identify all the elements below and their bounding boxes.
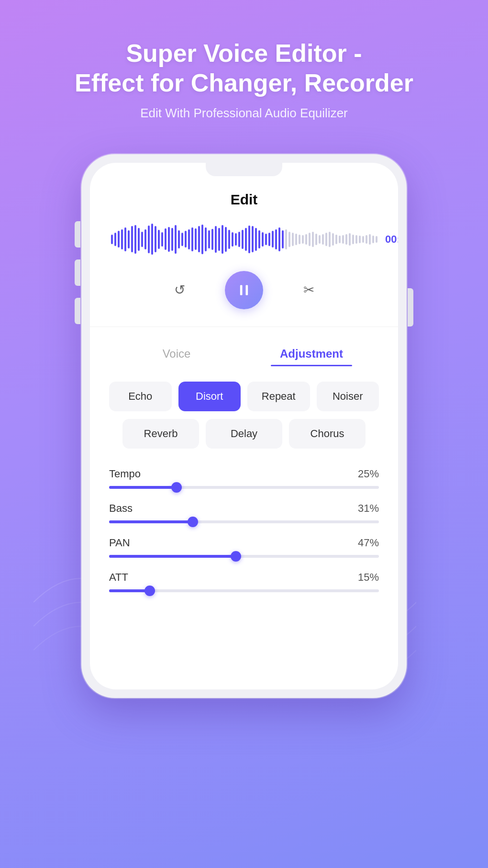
slider-pan: PAN 47% bbox=[109, 537, 379, 558]
waveform-bar-61 bbox=[315, 234, 317, 245]
waveform-bar-29 bbox=[208, 230, 210, 248]
waveform-bar-28 bbox=[205, 227, 207, 251]
waveform-bar-37 bbox=[235, 233, 237, 246]
waveform-bar-0 bbox=[111, 235, 113, 244]
waveform-bar-23 bbox=[188, 229, 190, 249]
playback-controls: ↺ ✂ bbox=[109, 271, 379, 309]
waveform-bar-39 bbox=[242, 230, 244, 249]
waveform-bar-45 bbox=[262, 232, 264, 247]
tab-adjustment[interactable]: Adjustment bbox=[244, 341, 379, 366]
bass-thumb[interactable] bbox=[188, 517, 198, 527]
waveform-bar-43 bbox=[255, 228, 257, 251]
waveform-bar-62 bbox=[319, 235, 321, 244]
waveform-bar-50 bbox=[278, 227, 280, 251]
effect-noiser[interactable]: Noiser bbox=[317, 382, 379, 411]
waveform-bar-1 bbox=[114, 233, 116, 246]
pan-fill bbox=[109, 555, 236, 558]
undo-button[interactable]: ↺ bbox=[167, 278, 191, 302]
waveform-bar-15 bbox=[161, 232, 163, 247]
waveform-bar-42 bbox=[252, 226, 254, 252]
waveform-bar-68 bbox=[339, 236, 341, 243]
waveform bbox=[111, 225, 377, 254]
waveform-bar-21 bbox=[181, 233, 183, 246]
phone-notch bbox=[206, 163, 282, 176]
effects-row-2: Reverb Delay Chorus bbox=[109, 419, 379, 449]
waveform-bar-63 bbox=[322, 234, 324, 245]
waveform-bar-6 bbox=[131, 226, 133, 252]
bass-label: Bass bbox=[109, 502, 133, 515]
waveform-bar-47 bbox=[268, 233, 270, 246]
waveform-bar-79 bbox=[376, 236, 377, 243]
waveform-bar-34 bbox=[225, 227, 227, 252]
att-value: 15% bbox=[358, 571, 379, 584]
pan-track[interactable] bbox=[109, 555, 379, 558]
att-thumb[interactable] bbox=[144, 586, 155, 596]
phone-frame: Edit 00:35 ↺ bbox=[81, 154, 407, 698]
slider-att: ATT 15% bbox=[109, 571, 379, 592]
pan-thumb[interactable] bbox=[231, 551, 241, 562]
waveform-bar-16 bbox=[165, 228, 166, 250]
scissors-icon: ✂ bbox=[303, 282, 314, 298]
waveform-bar-13 bbox=[155, 226, 156, 252]
waveform-bar-32 bbox=[218, 228, 220, 251]
effects-row-1: Echo Disort Repeat Noiser bbox=[109, 382, 379, 411]
waveform-bar-41 bbox=[248, 225, 250, 253]
tempo-label: Tempo bbox=[109, 468, 141, 480]
waveform-bar-59 bbox=[309, 233, 311, 246]
waveform-bar-53 bbox=[288, 232, 290, 247]
waveform-bar-78 bbox=[372, 236, 374, 243]
waveform-bar-17 bbox=[168, 227, 170, 252]
waveform-bar-9 bbox=[141, 232, 143, 247]
tempo-value: 25% bbox=[358, 468, 379, 480]
waveform-bar-70 bbox=[345, 234, 347, 245]
waveform-bar-54 bbox=[292, 233, 294, 246]
bass-track[interactable] bbox=[109, 520, 379, 523]
waveform-bar-57 bbox=[302, 235, 304, 244]
waveform-bar-19 bbox=[175, 225, 177, 254]
waveform-bar-4 bbox=[124, 227, 126, 251]
att-label: ATT bbox=[109, 571, 128, 584]
waveform-bar-73 bbox=[355, 235, 357, 244]
effect-repeat[interactable]: Repeat bbox=[247, 382, 310, 411]
pause-button[interactable] bbox=[225, 271, 263, 309]
waveform-bar-20 bbox=[178, 230, 180, 248]
waveform-bar-26 bbox=[198, 226, 200, 252]
tempo-thumb[interactable] bbox=[171, 482, 182, 493]
effect-echo[interactable]: Echo bbox=[109, 382, 172, 411]
effect-chorus[interactable]: Chorus bbox=[289, 419, 366, 449]
timestamp: 00:35 bbox=[385, 233, 398, 246]
waveform-bar-33 bbox=[222, 225, 223, 254]
screen-content: Edit 00:35 ↺ bbox=[90, 163, 398, 625]
tab-voice[interactable]: Voice bbox=[109, 341, 244, 366]
screen-title: Edit bbox=[109, 187, 379, 208]
waveform-bar-12 bbox=[151, 224, 153, 255]
bass-value: 31% bbox=[358, 502, 379, 515]
waveform-bar-36 bbox=[232, 232, 233, 247]
waveform-bar-44 bbox=[258, 230, 260, 248]
waveform-bar-35 bbox=[228, 230, 230, 249]
waveform-bar-24 bbox=[191, 227, 193, 251]
tempo-fill bbox=[109, 486, 177, 489]
waveform-bar-38 bbox=[238, 232, 240, 247]
waveform-bar-40 bbox=[245, 228, 247, 251]
pause-icon bbox=[237, 283, 251, 297]
svg-rect-0 bbox=[240, 285, 243, 295]
waveform-bar-49 bbox=[275, 229, 277, 249]
waveform-bar-46 bbox=[265, 234, 267, 245]
effect-disort[interactable]: Disort bbox=[178, 382, 241, 411]
waveform-container: 00:35 bbox=[109, 225, 379, 254]
effect-reverb[interactable]: Reverb bbox=[122, 419, 199, 449]
undo-icon: ↺ bbox=[174, 282, 185, 298]
tempo-track[interactable] bbox=[109, 486, 379, 489]
slider-tempo: Tempo 25% bbox=[109, 468, 379, 489]
svg-rect-1 bbox=[246, 285, 248, 295]
effect-delay[interactable]: Delay bbox=[206, 419, 282, 449]
phone-screen: Edit 00:35 ↺ bbox=[90, 163, 398, 689]
waveform-bar-25 bbox=[195, 228, 197, 250]
bass-fill bbox=[109, 520, 193, 523]
waveform-bar-7 bbox=[134, 225, 136, 254]
att-track[interactable] bbox=[109, 589, 379, 592]
phone-wrapper: Edit 00:35 ↺ bbox=[81, 154, 407, 698]
scissors-button[interactable]: ✂ bbox=[297, 278, 321, 302]
tabs: Voice Adjustment bbox=[109, 341, 379, 366]
